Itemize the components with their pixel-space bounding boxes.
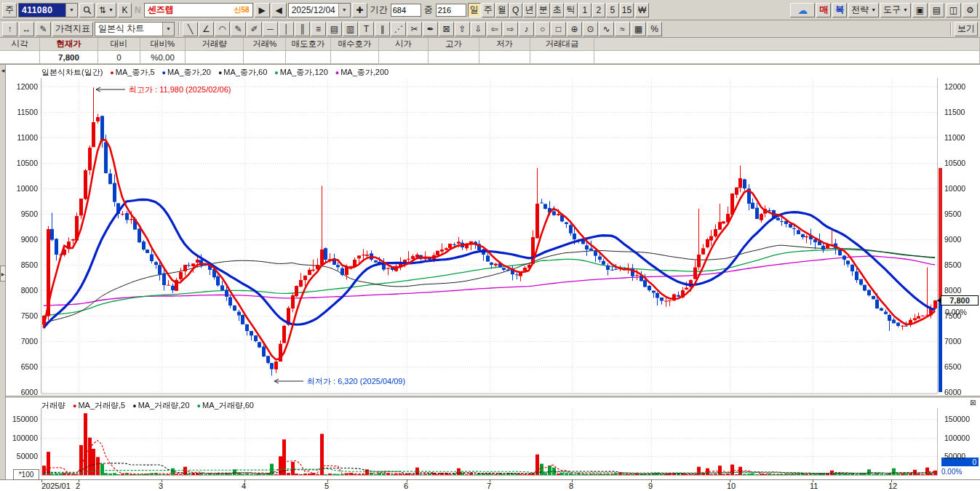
highlight-button[interactable]: ✐	[247, 22, 262, 36]
prev-stock-button[interactable]: ◀	[271, 3, 287, 17]
scroll-up-button[interactable]: ↑	[2, 22, 17, 36]
double-vertical-button[interactable]: ║	[295, 22, 310, 36]
pattern-icon: ▦	[634, 24, 642, 34]
text-tool-button[interactable]: T	[359, 22, 374, 36]
sort-order-button[interactable]: ⇅ ▼	[96, 3, 116, 17]
strategy-label: 전략	[851, 4, 869, 16]
arc-button[interactable]: ◠	[215, 22, 230, 36]
timeframe-15[interactable]: 15	[620, 3, 634, 17]
timeframe-초[interactable]: 초	[551, 3, 564, 17]
fib-lines-button[interactable]: ≡	[311, 22, 326, 36]
window-button[interactable]: ▣	[912, 3, 928, 17]
band-button[interactable]: ▤	[327, 22, 342, 36]
price-chart-canvas[interactable]	[0, 65, 980, 396]
chevron-down-icon[interactable]: ▼	[338, 4, 350, 17]
grid-button[interactable]: ▥	[343, 22, 358, 36]
view-button[interactable]: 보기	[955, 22, 978, 36]
timeframe-년[interactable]: 년	[523, 3, 536, 17]
stock-name-field[interactable]: 센즈랩 신58	[144, 3, 253, 17]
channel-button[interactable]: ∥	[375, 22, 390, 36]
trend-line-button[interactable]: ╲	[183, 22, 198, 36]
next-stock-button[interactable]: ▶	[255, 3, 270, 17]
arrow-right-button[interactable]: ⇨	[503, 22, 518, 36]
close-pane-icon[interactable]: ⊠	[970, 399, 976, 407]
quote-header-row: 시각현재가대비대비%거래량거래%매도호가매수호가시가고가저가거래대금	[0, 38, 980, 51]
timeframe-틱[interactable]: 틱	[565, 3, 578, 17]
delete-drawing-button[interactable]: ⊠	[439, 22, 454, 36]
legend-dot-icon: ●	[132, 402, 136, 410]
calendar-button[interactable]: ✚	[352, 3, 367, 17]
write-button[interactable]: ✒	[423, 22, 438, 36]
search-button[interactable]	[79, 3, 95, 17]
mid-input[interactable]	[436, 4, 466, 17]
ma-legend-items: ●MA_종가,5●MA_종가,20●MA_종가,60●MA_종가,120●MA_…	[110, 67, 389, 78]
arrow-down-button[interactable]: ⇩	[471, 22, 486, 36]
pen-button[interactable]: ✎	[231, 22, 246, 36]
ma-legend-label-60: MA_종가,60	[223, 68, 267, 76]
tools-label: 도구	[883, 4, 901, 16]
timeframe-분[interactable]: 분	[537, 3, 550, 17]
buy-mode-button[interactable]: 매	[816, 3, 831, 17]
price-tick-left: 7000	[9, 337, 38, 346]
vol-ma-legend-label-60: MA_거래량,60	[202, 401, 254, 410]
tools-button[interactable]: 도구 ▼	[880, 3, 911, 17]
horizontal-line-button[interactable]: ─	[263, 22, 278, 36]
ma-legend-label-5: MA_종가,5	[116, 68, 155, 76]
angle-line-button[interactable]: ∠	[199, 22, 214, 36]
vertical-line-button[interactable]: │	[279, 22, 294, 36]
timeframe-주[interactable]: 주	[482, 3, 495, 17]
scissors-button[interactable]: ✂	[407, 22, 422, 36]
arrow-up-button[interactable]: ⇧	[455, 22, 470, 36]
wave2-button[interactable]: ≈	[615, 22, 630, 36]
chart-type-value: 일본식 차트	[95, 23, 162, 36]
strategy-button[interactable]: 전략 ▼	[848, 3, 879, 17]
x-axis-tick	[407, 479, 407, 482]
timeframe-월[interactable]: 월	[495, 3, 509, 17]
timeframe-Q[interactable]: Q	[509, 3, 522, 17]
timeframe-1[interactable]: 1	[578, 3, 591, 17]
k-chart-button[interactable]: K	[118, 3, 132, 17]
timeframe-일[interactable]: 일	[468, 3, 481, 17]
x-axis-label-2: 2	[76, 482, 80, 490]
quote-header-10: 저가	[479, 38, 530, 51]
x-axis-label-4: 4	[242, 482, 246, 490]
circle-tool-button[interactable]: ○	[535, 22, 550, 36]
expand-panel-handle[interactable]: ▶	[0, 266, 6, 282]
x-axis-label-3: 3	[159, 482, 163, 490]
price-indicator-button[interactable]: 가격지표	[52, 22, 93, 36]
pattern-button[interactable]: ▦	[631, 22, 646, 36]
x-axis-label-7: 7	[487, 482, 491, 490]
compare-button[interactable]: ↔	[19, 22, 34, 36]
timeframe-5[interactable]: 5	[606, 3, 619, 17]
chevron-down-icon[interactable]: ▼	[65, 4, 77, 17]
band-icon: ▤	[330, 24, 338, 34]
collapse-left-icon[interactable]: ◀	[0, 68, 6, 73]
restore-button[interactable]: 복	[832, 3, 847, 17]
rect-tool-button[interactable]: □	[551, 22, 566, 36]
printer-button[interactable]: ▤	[929, 3, 944, 17]
zoom-in-button[interactable]: ⊕	[567, 22, 582, 36]
price-tick-right: 10000	[944, 184, 965, 193]
stock-type-button[interactable]: 주	[2, 3, 17, 17]
zoom-window-button[interactable]: ⊙	[583, 22, 598, 36]
stock-code-combo[interactable]: 411080 ▼	[18, 3, 78, 17]
arrow-left-button[interactable]: ⇦	[487, 22, 502, 36]
timeframe-2[interactable]: 2	[592, 3, 605, 17]
zoom-window-icon: ⊙	[586, 24, 594, 34]
save-button[interactable]: ◫	[946, 3, 961, 17]
edit-button[interactable]: ✎	[36, 22, 51, 36]
chevron-down-icon[interactable]: ▼	[162, 23, 174, 36]
note-button[interactable]: ♪	[519, 22, 534, 36]
cloud-save-button[interactable]: ☁	[790, 3, 815, 17]
chart-type-combo[interactable]: 일본식 차트 ▼	[95, 22, 175, 36]
percent-button[interactable]: %	[647, 22, 662, 36]
period-label: 기간	[369, 4, 389, 16]
won-button[interactable]: ₩	[635, 3, 649, 17]
wave-button[interactable]: ∿	[599, 22, 614, 36]
period-input[interactable]	[391, 4, 421, 17]
date-combo[interactable]: 2025/12/04 ▼	[288, 3, 351, 17]
quote-value-0	[0, 51, 40, 64]
dots-diagonal-button[interactable]: ⋰	[391, 22, 406, 36]
stock-badge: 신58	[234, 5, 250, 15]
wrench-button[interactable]: ⚙	[963, 3, 978, 17]
